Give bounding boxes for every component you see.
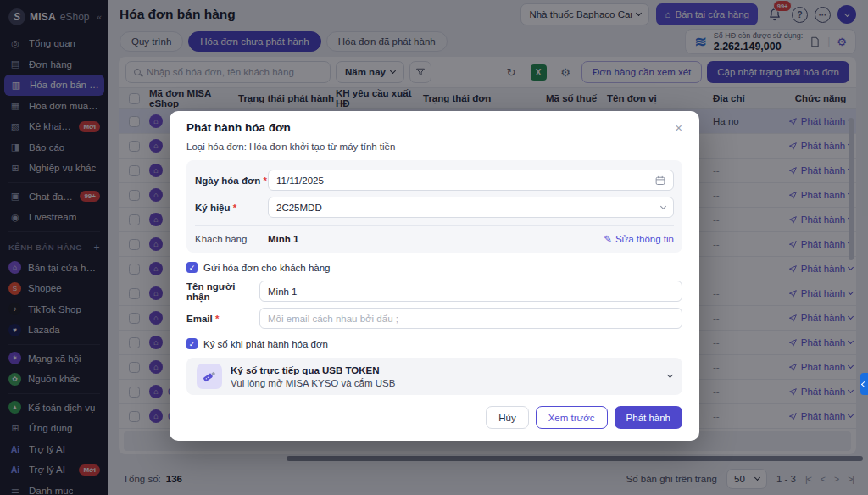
usb-token-option[interactable]: Ký số trực tiếp qua USB TOKEN Vui lòng m… bbox=[186, 358, 682, 395]
email-placeholder: Mỗi email cách nhau bởi dấu ; bbox=[268, 314, 674, 324]
pencil-icon: ✎ bbox=[604, 233, 612, 245]
invoice-info-panel: Ngày hóa đơn * 11/11/2025 Ký hiệu * 2C25… bbox=[186, 160, 682, 253]
close-icon[interactable]: × bbox=[675, 121, 682, 134]
usb-token-icon bbox=[197, 364, 222, 389]
chevron-left-icon bbox=[861, 381, 867, 387]
edit-customer-link[interactable]: ✎ Sửa thông tin bbox=[604, 233, 674, 245]
cancel-button[interactable]: Hủy bbox=[486, 406, 528, 429]
chevron-down-icon bbox=[660, 203, 666, 209]
send-invoice-label: Gửi hóa đơn cho khách hàng bbox=[203, 263, 331, 273]
usb-token-title: Ký số trực tiếp qua USB TOKEN bbox=[231, 365, 395, 375]
serial-value: 2C25MDD bbox=[276, 203, 656, 213]
invoice-date-input[interactable]: 11/11/2025 bbox=[268, 170, 674, 191]
divider bbox=[195, 225, 674, 226]
chevron-down-icon bbox=[667, 372, 673, 378]
email-label: Email * bbox=[186, 314, 259, 324]
checkbox-checked[interactable]: ✓ bbox=[186, 262, 198, 273]
customer-value: Minh 1 bbox=[268, 234, 298, 244]
recipient-input[interactable]: Minh 1 bbox=[259, 281, 682, 302]
usb-token-subtitle: Vui lòng mở MISA KYSO và cắm USB bbox=[231, 378, 395, 388]
publish-invoice-modal: Phát hành hóa đơn × Loại hóa đơn: Hóa đơ… bbox=[170, 111, 699, 441]
digital-sign-checkbox-row[interactable]: ✓ Ký số khi phát hành hóa đơn bbox=[186, 338, 682, 349]
recipient-label: Tên người nhận bbox=[186, 281, 259, 302]
modal-footer: Hủy Xem trước Phát hành bbox=[186, 406, 682, 429]
send-invoice-checkbox-row[interactable]: ✓ Gửi hóa đơn cho khách hàng bbox=[186, 262, 682, 273]
serial-select[interactable]: 2C25MDD bbox=[268, 197, 674, 218]
invoice-date-value: 11/11/2025 bbox=[276, 175, 650, 186]
date-label: Ngày hóa đơn * bbox=[195, 175, 268, 186]
checkbox-checked[interactable]: ✓ bbox=[186, 338, 198, 349]
customer-label: Khách hàng bbox=[195, 234, 268, 244]
modal-title: Phát hành hóa đơn bbox=[186, 121, 291, 134]
calendar-icon[interactable] bbox=[655, 175, 665, 186]
publish-button[interactable]: Phát hành bbox=[615, 406, 682, 429]
side-panel-toggle[interactable] bbox=[860, 373, 868, 395]
invoice-type-line: Loại hóa đơn: Hóa đơn khởi tạo từ máy tí… bbox=[186, 142, 682, 152]
serial-label: Ký hiệu * bbox=[195, 203, 268, 213]
digital-sign-label: Ký số khi phát hành hóa đơn bbox=[203, 339, 328, 349]
email-input[interactable]: Mỗi email cách nhau bởi dấu ; bbox=[259, 308, 682, 329]
preview-button[interactable]: Xem trước bbox=[536, 406, 608, 429]
recipient-value: Minh 1 bbox=[268, 286, 674, 297]
